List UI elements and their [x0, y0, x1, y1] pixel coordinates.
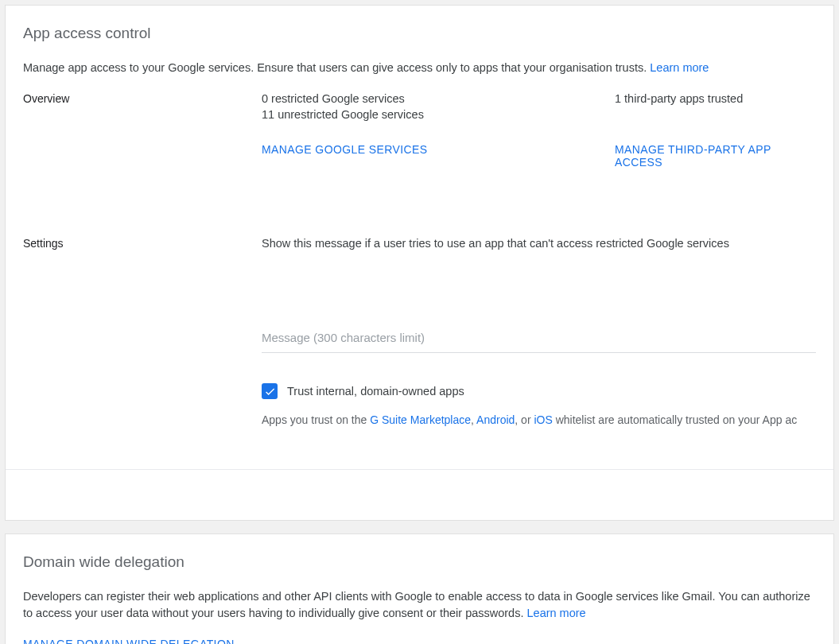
ios-link[interactable]: iOS	[534, 413, 552, 426]
restricted-services-count: 0 restricted Google services	[262, 92, 615, 105]
whitelist-hint: Apps you trust on the G Suite Marketplac…	[262, 413, 816, 426]
message-input[interactable]	[262, 326, 816, 353]
learn-more-link[interactable]: Learn more	[650, 61, 709, 74]
check-icon	[264, 386, 276, 398]
learn-more-link[interactable]: Learn more	[527, 607, 586, 619]
trust-internal-label: Trust internal, domain-owned apps	[287, 385, 464, 398]
card-divider	[6, 469, 833, 520]
trust-internal-row: Trust internal, domain-owned apps	[262, 383, 816, 399]
settings-row: Settings Show this message if a user tri…	[23, 237, 816, 426]
settings-description: Show this message if a user tries to use…	[262, 237, 816, 250]
domain-wide-delegation-card: Domain wide delegation Developers can re…	[5, 533, 834, 644]
subtitle-text: Manage app access to your Google service…	[23, 61, 650, 74]
unrestricted-services-count: 11 unrestricted Google services	[262, 108, 615, 121]
android-link[interactable]: Android	[476, 413, 515, 426]
manage-google-services-button[interactable]: MANAGE GOOGLE SERVICES	[262, 143, 428, 156]
card-subtitle: Developers can register their web applic…	[23, 588, 816, 622]
app-access-control-card: App access control Manage app access to …	[5, 5, 834, 521]
manage-domain-wide-delegation-button[interactable]: MANAGE DOMAIN WIDE DELEGATION	[23, 638, 235, 644]
card-subtitle: Manage app access to your Google service…	[23, 60, 816, 76]
gsuite-marketplace-link[interactable]: G Suite Marketplace	[370, 413, 471, 426]
card-title: App access control	[23, 25, 816, 42]
trust-internal-checkbox[interactable]	[262, 383, 278, 399]
settings-label: Settings	[23, 237, 262, 250]
third-party-trusted-count: 1 third-party apps trusted	[615, 92, 816, 105]
manage-third-party-access-button[interactable]: MANAGE THIRD-PARTY APP ACCESS	[615, 143, 771, 169]
overview-row: Overview 0 restricted Google services 11…	[23, 92, 816, 169]
card-title: Domain wide delegation	[23, 553, 816, 571]
subtitle-text: Developers can register their web applic…	[23, 590, 810, 619]
overview-label: Overview	[23, 92, 262, 105]
